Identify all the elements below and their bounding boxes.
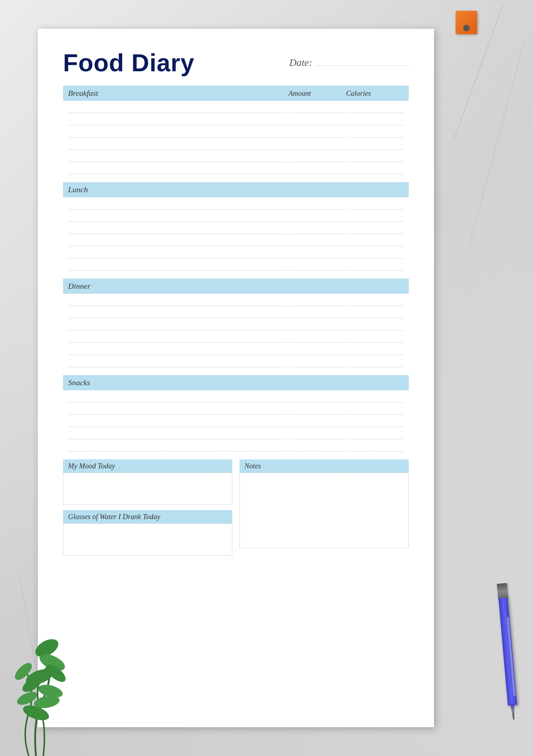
header: Food Diary Date: bbox=[63, 50, 409, 75]
date-line[interactable] bbox=[315, 59, 409, 66]
table-row[interactable] bbox=[63, 390, 409, 402]
calories-field[interactable] bbox=[348, 420, 404, 427]
mood-content[interactable] bbox=[63, 473, 232, 505]
food-field[interactable] bbox=[68, 324, 286, 330]
calories-field[interactable] bbox=[348, 348, 404, 355]
calories-field[interactable] bbox=[348, 433, 404, 439]
amount-field[interactable] bbox=[289, 433, 345, 439]
food-field[interactable] bbox=[68, 156, 286, 162]
table-row[interactable] bbox=[63, 318, 409, 330]
calories-field[interactable] bbox=[348, 396, 404, 402]
calories-field[interactable] bbox=[348, 203, 404, 210]
table-row[interactable] bbox=[63, 162, 409, 174]
calories-field[interactable] bbox=[348, 156, 404, 162]
amount-field[interactable] bbox=[289, 420, 345, 427]
table-row[interactable] bbox=[63, 197, 409, 210]
food-field[interactable] bbox=[68, 420, 286, 427]
amount-field[interactable] bbox=[289, 408, 345, 415]
amount-field[interactable] bbox=[289, 228, 345, 234]
food-field[interactable] bbox=[68, 107, 286, 113]
food-field[interactable] bbox=[68, 228, 286, 234]
table-row[interactable] bbox=[63, 258, 409, 271]
amount-field[interactable] bbox=[289, 215, 345, 222]
calories-field[interactable] bbox=[348, 264, 404, 271]
amount-field[interactable] bbox=[289, 324, 345, 330]
amount-field[interactable] bbox=[289, 336, 345, 343]
calories-field[interactable] bbox=[348, 228, 404, 234]
food-field[interactable] bbox=[68, 445, 286, 451]
food-field[interactable] bbox=[68, 264, 286, 271]
amount-field[interactable] bbox=[289, 143, 345, 150]
food-field[interactable] bbox=[68, 348, 286, 355]
amount-field[interactable] bbox=[289, 119, 345, 125]
table-row[interactable] bbox=[63, 439, 409, 451]
amount-field[interactable] bbox=[289, 312, 345, 318]
lunch-label: Lunch bbox=[68, 185, 288, 194]
table-row[interactable] bbox=[63, 306, 409, 318]
table-row[interactable] bbox=[63, 113, 409, 125]
date-section: Date: bbox=[289, 57, 409, 68]
amount-field[interactable] bbox=[289, 131, 345, 138]
table-row[interactable] bbox=[63, 150, 409, 162]
food-field[interactable] bbox=[68, 300, 286, 306]
food-field[interactable] bbox=[68, 396, 286, 402]
amount-field[interactable] bbox=[289, 107, 345, 113]
table-row[interactable] bbox=[63, 330, 409, 343]
food-field[interactable] bbox=[68, 215, 286, 222]
food-field[interactable] bbox=[68, 361, 286, 367]
table-row[interactable] bbox=[63, 234, 409, 246]
calories-field[interactable] bbox=[348, 168, 404, 174]
calories-field[interactable] bbox=[348, 240, 404, 246]
dinner-label: Dinner bbox=[68, 282, 288, 291]
food-field[interactable] bbox=[68, 252, 286, 258]
food-field[interactable] bbox=[68, 312, 286, 318]
calories-field[interactable] bbox=[348, 336, 404, 343]
food-field[interactable] bbox=[68, 168, 286, 174]
amount-field[interactable] bbox=[289, 445, 345, 451]
table-row[interactable] bbox=[63, 402, 409, 415]
calories-field[interactable] bbox=[348, 107, 404, 113]
amount-field[interactable] bbox=[289, 361, 345, 367]
calories-field[interactable] bbox=[348, 252, 404, 258]
table-row[interactable] bbox=[63, 294, 409, 306]
calories-field[interactable] bbox=[348, 300, 404, 306]
amount-field[interactable] bbox=[289, 264, 345, 271]
calories-field[interactable] bbox=[348, 215, 404, 222]
calories-field[interactable] bbox=[348, 119, 404, 125]
amount-field[interactable] bbox=[289, 156, 345, 162]
water-content[interactable] bbox=[63, 523, 232, 556]
amount-field[interactable] bbox=[289, 168, 345, 174]
amount-field[interactable] bbox=[289, 252, 345, 258]
food-field[interactable] bbox=[68, 433, 286, 439]
calories-field[interactable] bbox=[348, 312, 404, 318]
food-field[interactable] bbox=[68, 203, 286, 210]
calories-field[interactable] bbox=[348, 131, 404, 138]
calories-field[interactable] bbox=[348, 361, 404, 367]
table-row[interactable] bbox=[63, 222, 409, 234]
amount-field[interactable] bbox=[289, 348, 345, 355]
table-row[interactable] bbox=[63, 427, 409, 439]
table-row[interactable] bbox=[63, 125, 409, 138]
amount-field[interactable] bbox=[289, 300, 345, 306]
table-row[interactable] bbox=[63, 355, 409, 367]
table-row[interactable] bbox=[63, 415, 409, 427]
table-row[interactable] bbox=[63, 210, 409, 222]
food-field[interactable] bbox=[68, 408, 286, 415]
food-field[interactable] bbox=[68, 336, 286, 343]
calories-field[interactable] bbox=[348, 445, 404, 451]
table-row[interactable] bbox=[63, 343, 409, 355]
table-row[interactable] bbox=[63, 138, 409, 150]
calories-field[interactable] bbox=[348, 143, 404, 150]
table-row[interactable] bbox=[63, 246, 409, 258]
food-field[interactable] bbox=[68, 131, 286, 138]
food-field[interactable] bbox=[68, 240, 286, 246]
table-row[interactable] bbox=[63, 101, 409, 113]
food-field[interactable] bbox=[68, 143, 286, 150]
notes-content[interactable] bbox=[239, 473, 409, 548]
calories-field[interactable] bbox=[348, 408, 404, 415]
amount-field[interactable] bbox=[289, 396, 345, 402]
amount-field[interactable] bbox=[289, 203, 345, 210]
calories-field[interactable] bbox=[348, 324, 404, 330]
amount-field[interactable] bbox=[289, 240, 345, 246]
food-field[interactable] bbox=[68, 119, 286, 125]
